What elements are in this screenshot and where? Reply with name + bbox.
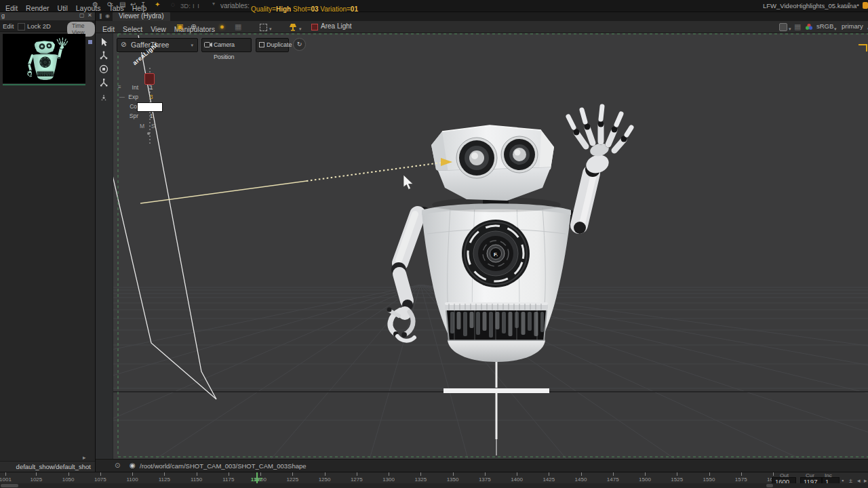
- colorspace-select[interactable]: sRGB: [816, 22, 833, 30]
- eye-icon[interactable]: ⊙: [115, 462, 120, 469]
- light-color-swatch[interactable]: [137, 102, 163, 112]
- timeline-tick-label: 1175: [218, 476, 239, 483]
- variables-caret-icon[interactable]: ▾: [212, 1, 215, 7]
- light-link-button[interactable]: ↻: [293, 38, 306, 51]
- marquee-caret-icon[interactable]: ▾: [269, 24, 272, 34]
- select-tool-icon[interactable]: [98, 37, 109, 47]
- light-handle-dot-icon[interactable]: [147, 132, 150, 135]
- notification-badge-icon[interactable]: [863, 2, 868, 9]
- timeline-tick: [741, 472, 742, 476]
- thumbnail-scroll-handle[interactable]: [88, 40, 92, 44]
- scale-tool-icon[interactable]: [98, 77, 109, 88]
- pause-icon[interactable]: I I: [193, 2, 200, 9]
- timeline-tick-label: 1450: [571, 476, 591, 483]
- timeline-tick: [517, 472, 517, 476]
- light-param-label: Exp: [119, 94, 138, 100]
- monitor-edit-menu[interactable]: Edit: [3, 22, 14, 30]
- graph-state-variables[interactable]: Quality=High Shot=03 Variation=01: [251, 2, 358, 14]
- robot-model[interactable]: [387, 106, 632, 362]
- viewer-menu-item[interactable]: View: [151, 25, 166, 33]
- timeline-tick: [68, 472, 69, 476]
- timeline-tick-label: 1300: [378, 476, 399, 483]
- gaffer-caret-icon: ▾: [191, 39, 193, 52]
- timeline-scroll-handle[interactable]: [1, 484, 18, 487]
- circle-slash-icon: ⊘: [121, 39, 126, 51]
- viewer-menu-item[interactable]: Edit: [102, 25, 115, 33]
- light-param-value[interactable]: 1: [142, 84, 160, 91]
- timeline-tick: [420, 472, 421, 476]
- viewport-canvas[interactable]: F.: [95, 33, 868, 459]
- look-through-camera-icon[interactable]: ◉: [130, 462, 136, 469]
- gate-corner-mark-icon: [859, 45, 867, 52]
- timeline-tick: [36, 472, 37, 476]
- light-param-row: Spr1: [119, 111, 167, 121]
- file-caret-icon[interactable]: ▾: [848, 1, 850, 7]
- timeline-tick: [357, 472, 357, 476]
- rgb-channels-icon[interactable]: [805, 23, 813, 30]
- pivot-tool-icon[interactable]: [98, 92, 109, 103]
- view-select[interactable]: primary: [842, 22, 863, 30]
- sync-icon[interactable]: ⟳: [107, 1, 113, 8]
- light-target-crosshair[interactable]: [443, 362, 549, 455]
- look-through-cube-icon[interactable]: ▣: [176, 22, 183, 32]
- light-mute-toggle[interactable]: M: [140, 123, 144, 129]
- render-preview-thumbnail[interactable]: [3, 34, 85, 83]
- timeline-scroll-track[interactable]: [0, 483, 868, 488]
- light-tool-icon[interactable]: [289, 23, 297, 31]
- timeline-scroll-end[interactable]: [766, 484, 773, 487]
- viewport-tool-column: [95, 33, 113, 459]
- globe-icon[interactable]: ⊕: [191, 22, 197, 32]
- timeline-tick: [260, 472, 261, 476]
- rotate-tool-icon[interactable]: [98, 64, 109, 75]
- light-param-value[interactable]: 3: [142, 94, 160, 100]
- viewer-tab-bar: ❚ ◉ Viewer (Hydra): [96, 12, 868, 21]
- timeline-tick: [389, 472, 389, 476]
- duplicate-button[interactable]: Duplicate: [256, 38, 289, 52]
- viewport-path-bar: ⊙ ◉ /root/world/cam/SHOT_CAM_003/SHOT_CA…: [96, 459, 868, 472]
- timeline-tick: [100, 472, 101, 476]
- lighting-mode-icon[interactable]: ●: [220, 22, 224, 32]
- timeline-tick-label: 1025: [26, 476, 46, 483]
- marquee-select-icon[interactable]: [260, 24, 267, 31]
- settings-gear-icon[interactable]: ⚙: [92, 1, 98, 8]
- timeline-tick: [453, 472, 454, 476]
- variable-part: 03: [311, 5, 318, 13]
- mouse-cursor-icon: [403, 175, 413, 190]
- timeline-tick: [164, 472, 165, 476]
- panel-drag-handle-icon[interactable]: ❚: [98, 13, 103, 19]
- timeline-ruler[interactable]: 1001102510501075110011251150117512001225…: [0, 472, 776, 483]
- viewer-menu-item[interactable]: Select: [123, 25, 142, 33]
- timeline-tick: [325, 472, 326, 476]
- light-parameter-widget: Int1Exp3ColSpr1: [119, 83, 167, 121]
- light-param-label: Int: [119, 84, 138, 91]
- katana-logo-icon[interactable]: ✦: [155, 1, 160, 8]
- panel-scroll-right-icon[interactable]: ▸: [83, 454, 86, 461]
- lock-2d-label: Lock 2D: [27, 22, 51, 30]
- render-queue-icon[interactable]: ▤: [119, 1, 125, 8]
- area-light-swatch-icon: [311, 24, 318, 30]
- light-solo-toggle[interactable]: S: [151, 123, 155, 129]
- timeline-tick-label: 1375: [475, 476, 495, 483]
- timeline-tick: [549, 472, 549, 476]
- variable-part: Shot=: [291, 5, 311, 13]
- camera-position-button[interactable]: Camera Position: [201, 38, 252, 52]
- light-param-value[interactable]: 1: [142, 113, 160, 119]
- main-menu-item[interactable]: Edit: [5, 4, 18, 12]
- display-mode-icon[interactable]: [779, 23, 787, 31]
- timeline-tick: [292, 472, 293, 476]
- lock-2d-checkbox[interactable]: [18, 23, 25, 30]
- translate-tool-icon[interactable]: [98, 50, 109, 61]
- main-menu-item[interactable]: Render: [26, 4, 49, 12]
- colorspace-caret-icon[interactable]: ▾: [834, 24, 837, 34]
- color-picker-icon[interactable]: ↧: [140, 1, 146, 8]
- timeline-current-label: 1197: [245, 476, 267, 483]
- camera-path-label[interactable]: /root/world/cam/SHOT_CAM_003/SHOT_CAM_00…: [140, 462, 307, 470]
- display-mode-caret-icon[interactable]: ▾: [789, 24, 791, 34]
- timeline-tick-label: 1325: [410, 476, 431, 483]
- timeline-tick-label: 1075: [90, 476, 111, 483]
- timeline-tick: [581, 472, 582, 476]
- refresh-icon: ↻: [297, 41, 302, 47]
- main-menu-item[interactable]: Util: [58, 4, 68, 12]
- light-tool-caret-icon[interactable]: ▾: [299, 24, 302, 34]
- undo-icon[interactable]: ↩: [130, 1, 136, 8]
